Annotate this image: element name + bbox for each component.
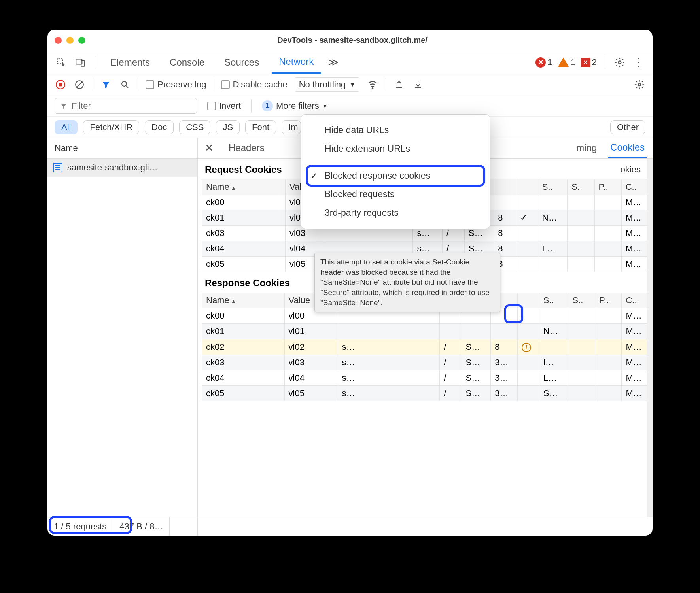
- throttling-select[interactable]: No throttling ▼: [295, 77, 359, 92]
- maximize-window-button[interactable]: [78, 37, 85, 44]
- record-icon[interactable]: [55, 79, 66, 91]
- detail-tab-cookies[interactable]: Cookies: [608, 138, 647, 158]
- chip-doc[interactable]: Doc: [145, 120, 174, 134]
- chevron-down-icon: ▼: [350, 81, 355, 88]
- menu-3rd-party-requests[interactable]: 3rd-party requests: [301, 204, 490, 222]
- minimize-window-button[interactable]: [66, 37, 74, 44]
- errors-badge[interactable]: ✕1: [535, 57, 552, 68]
- title-bar: DevTools - samesite-sandbox.glitch.me/: [47, 30, 653, 51]
- show-filtered-label[interactable]: okies: [609, 159, 653, 179]
- upload-har-icon[interactable]: [393, 79, 405, 91]
- filter-bar: Filter Invert 1 More filters ▼: [47, 95, 653, 117]
- download-har-icon[interactable]: [412, 79, 424, 91]
- requests-header[interactable]: Name: [47, 138, 197, 159]
- filter-input[interactable]: Filter: [55, 98, 197, 114]
- warnings-badge[interactable]: 1: [558, 57, 575, 68]
- chip-js[interactable]: JS: [216, 120, 240, 134]
- window-title: DevTools - samesite-sandbox.glitch.me/: [95, 36, 610, 45]
- chip-css[interactable]: CSS: [179, 120, 210, 134]
- tab-elements[interactable]: Elements: [103, 51, 157, 74]
- main-tab-bar: Elements Console Sources Network ≫ ✕1 1 …: [47, 51, 653, 74]
- scrollbar[interactable]: [647, 159, 653, 517]
- network-conditions-icon[interactable]: [367, 79, 378, 91]
- more-tabs-icon[interactable]: ≫: [326, 56, 340, 69]
- table-row[interactable]: ck03vl03s…/S…3…l…M…: [202, 355, 649, 370]
- kebab-menu-icon[interactable]: ⋮: [632, 56, 645, 69]
- table-row[interactable]: ck01vl01N…M…: [202, 324, 649, 339]
- preserve-log-checkbox[interactable]: Preserve log: [146, 79, 206, 90]
- table-row[interactable]: ck02vl02s…/S…8iM…: [202, 339, 649, 355]
- split-pane: Name samesite-sandbox.gli… ✕ Headers min…: [47, 138, 653, 536]
- chip-fetch-xhr[interactable]: Fetch/XHR: [83, 120, 139, 134]
- menu-hide-data-urls[interactable]: Hide data URLs: [301, 121, 490, 140]
- check-icon: ✓: [310, 171, 318, 181]
- requests-list: Name samesite-sandbox.gli…: [47, 138, 198, 536]
- issues-badge[interactable]: 2: [581, 57, 597, 68]
- invert-checkbox[interactable]: Invert: [207, 101, 241, 111]
- panel-settings-icon[interactable]: [634, 79, 645, 91]
- chip-font[interactable]: Font: [245, 120, 276, 134]
- menu-blocked-response-cookies[interactable]: ✓ Blocked response cookies: [301, 166, 490, 185]
- more-filters-dropdown: Hide data URLs Hide extension URLs ✓ Blo…: [301, 114, 490, 229]
- svg-point-9: [638, 83, 641, 86]
- chip-img[interactable]: Im: [282, 120, 301, 134]
- device-toolbar-icon[interactable]: [74, 56, 87, 69]
- tab-console[interactable]: Console: [163, 51, 212, 74]
- search-icon[interactable]: [119, 79, 131, 91]
- tab-sources[interactable]: Sources: [217, 51, 266, 74]
- detail-tab-timing[interactable]: ming: [574, 138, 599, 158]
- request-detail: ✕ Headers ming Cookies Request Cookies o…: [198, 138, 653, 536]
- request-cookies-title: Request Cookies: [198, 159, 289, 179]
- detail-tab-headers[interactable]: Headers: [226, 138, 267, 158]
- close-window-button[interactable]: [55, 37, 62, 44]
- settings-icon[interactable]: [613, 56, 626, 69]
- chip-other[interactable]: Other: [610, 120, 645, 134]
- status-transfer: 437 B / 8…: [113, 517, 170, 536]
- svg-point-3: [619, 61, 621, 64]
- svg-rect-5: [59, 83, 62, 86]
- funnel-icon: [60, 102, 68, 110]
- cookie-blocked-tooltip: This attempt to set a cookie via a Set-C…: [314, 253, 500, 312]
- close-detail-icon[interactable]: ✕: [203, 142, 215, 154]
- inspect-element-icon[interactable]: [55, 56, 68, 69]
- chip-all[interactable]: All: [55, 120, 78, 134]
- tab-network[interactable]: Network: [272, 51, 321, 74]
- chevron-down-icon: ▼: [322, 103, 328, 109]
- clear-icon[interactable]: [74, 79, 85, 91]
- filter-icon[interactable]: [100, 79, 112, 91]
- menu-blocked-requests[interactable]: Blocked requests: [301, 185, 490, 204]
- status-bar: 1 / 5 requests 437 B / 8…: [47, 517, 653, 536]
- svg-point-7: [122, 81, 127, 86]
- info-icon[interactable]: i: [522, 343, 531, 352]
- devtools-window: DevTools - samesite-sandbox.glitch.me/ E…: [47, 30, 653, 536]
- svg-point-8: [372, 88, 373, 89]
- request-row[interactable]: samesite-sandbox.gli…: [47, 159, 197, 177]
- document-icon: [53, 163, 62, 172]
- menu-hide-extension-urls[interactable]: Hide extension URLs: [301, 140, 490, 158]
- window-controls: [55, 37, 85, 44]
- network-toolbar: Preserve log Disable cache No throttling…: [47, 74, 653, 95]
- table-row[interactable]: ck04vl04s…/S…3…L…M…: [202, 370, 649, 386]
- table-row[interactable]: ck05vl05s…/S…3…S…M…: [202, 386, 649, 401]
- disable-cache-checkbox[interactable]: Disable cache: [221, 79, 288, 90]
- status-requests: 1 / 5 requests: [47, 517, 113, 536]
- more-filters-button[interactable]: 1 More filters ▼: [262, 100, 328, 111]
